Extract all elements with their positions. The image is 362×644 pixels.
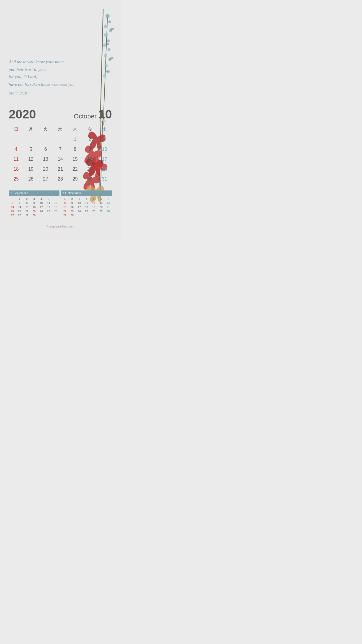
mini-cal-sep-name: September	[13, 192, 28, 195]
mini-calendar-november: 11 November 1 2 3 4 5 6 7 8 9 10 11	[61, 190, 112, 217]
mini-sep-row-3: 13 14 15 16 17 18 19	[9, 205, 59, 209]
day-15: 15	[68, 155, 82, 164]
mini-nov-row-5: 29 30	[61, 213, 112, 217]
quote-line-4: have not forsaken those who seek you.	[9, 82, 76, 87]
day-13: 13	[38, 155, 53, 164]
mini-sep-row-2: 6 7 8 9 10 11 12	[9, 201, 59, 205]
quote-line-3: for you, O Lord,	[9, 74, 37, 79]
calendar-grid: 日 月 火 水 木 金 土 1 2 3 4 5 6	[9, 125, 112, 183]
quote-reference: psalm 9:10	[9, 91, 112, 96]
main-calendar: 2020 October 10 日 月 火 水 木 金 土 1 2	[0, 102, 121, 188]
week-row-4: 18 19 20 21 22 23 24	[9, 165, 112, 174]
day-empty	[24, 135, 38, 144]
day-30: 30	[82, 175, 97, 183]
mini-nov-row-4: 22 23 24 25 26 27 28	[61, 209, 112, 213]
day-22: 22	[68, 165, 82, 174]
day-25: 25	[9, 175, 24, 183]
mini-cal-nov-num: 11	[63, 191, 66, 195]
mini-nov-row-3: 15 16 17 18 19 20 21	[61, 205, 112, 209]
mini-cal-sep-num: 9	[10, 191, 12, 195]
mini-nov-row-1: 1 2 3 4 5 6 7	[61, 197, 112, 201]
weekday-tue: 火	[38, 125, 53, 134]
calendar-year: 2020	[9, 107, 36, 121]
week-row-2: 4 5 6 7 8 9 10	[9, 145, 112, 154]
day-10: 10	[97, 145, 112, 154]
day-28: 28	[53, 175, 68, 183]
mini-cal-nov-grid: 1 2 3 4 5 6 7 8 9 10 11 12 13 14	[61, 197, 112, 217]
weekday-header-row: 日 月 火 水 木 金 土	[9, 125, 112, 134]
week-row-1: 1 2 3	[9, 135, 112, 144]
quote-line-2: put their trust in you,	[9, 67, 46, 72]
calendar-month-name: October	[74, 113, 96, 120]
day-3: 3	[97, 135, 112, 144]
footer-text: ©gogosanjihan.com	[46, 225, 74, 228]
day-14: 14	[53, 155, 68, 164]
weekday-sat: 土	[97, 125, 112, 134]
day-12: 12	[24, 155, 38, 164]
weekday-sun: 日	[9, 125, 24, 134]
page-wrapper: And those who know your name put their t…	[0, 0, 121, 240]
day-9: 9	[82, 145, 97, 154]
quote-text: And those who know your name put their t…	[9, 58, 85, 88]
day-6: 6	[38, 145, 53, 154]
day-24: 24	[97, 165, 112, 174]
day-17: 17	[97, 155, 112, 164]
day-18: 18	[9, 165, 24, 174]
calendar-month-number: 10	[98, 107, 112, 121]
mini-calendar-september: 9 September 1 2 3 4 5 6 7 8 9	[9, 190, 59, 217]
day-2: 2	[82, 135, 97, 144]
day-4: 4	[9, 145, 24, 154]
calendar-header: 2020 October 10	[9, 107, 112, 121]
day-1: 1	[68, 135, 82, 144]
day-20: 20	[38, 165, 53, 174]
quote-line-1: And those who know your name	[9, 60, 64, 64]
mini-sep-row-1: 1 2 3 4 5	[9, 197, 59, 201]
day-29: 29	[68, 175, 82, 183]
mini-nov-row-2: 8 9 10 11 12 13 14	[61, 201, 112, 205]
mini-cal-sep-header: 9 September	[9, 190, 59, 196]
day-11: 11	[9, 155, 24, 164]
mini-cal-nov-name: November	[68, 192, 81, 195]
week-row-5: 25 26 27 28 29 30 31	[9, 175, 112, 183]
quote-section: And those who know your name put their t…	[0, 0, 121, 102]
mini-sep-row-5: 27 28 29 30	[9, 213, 59, 217]
mini-calendars-container: 9 September 1 2 3 4 5 6 7 8 9	[0, 188, 121, 220]
day-31: 31	[97, 175, 112, 183]
day-empty	[53, 135, 68, 144]
mini-cal-sep-grid: 1 2 3 4 5 6 7 8 9 10 11 12 13	[9, 197, 59, 217]
weekday-fri: 金	[82, 125, 97, 134]
weekday-wed: 水	[53, 125, 68, 134]
day-16: 16	[82, 155, 97, 164]
day-19: 19	[24, 165, 38, 174]
day-empty	[9, 135, 24, 144]
day-26: 26	[24, 175, 38, 183]
mini-cal-nov-header: 11 November	[61, 190, 112, 196]
day-5: 5	[24, 145, 38, 154]
day-27: 27	[38, 175, 53, 183]
day-7: 7	[53, 145, 68, 154]
weekday-mon: 月	[24, 125, 38, 134]
weekday-thu: 木	[68, 125, 82, 134]
day-23: 23	[82, 165, 97, 174]
week-row-3: 11 12 13 14 15 16 17	[9, 155, 112, 164]
mini-sep-row-4: 20 21 22 23 24 25 26	[9, 209, 59, 213]
day-8: 8	[68, 145, 82, 154]
day-empty	[38, 135, 53, 144]
footer: ©gogosanjihan.com	[0, 220, 121, 231]
day-21: 21	[53, 165, 68, 174]
